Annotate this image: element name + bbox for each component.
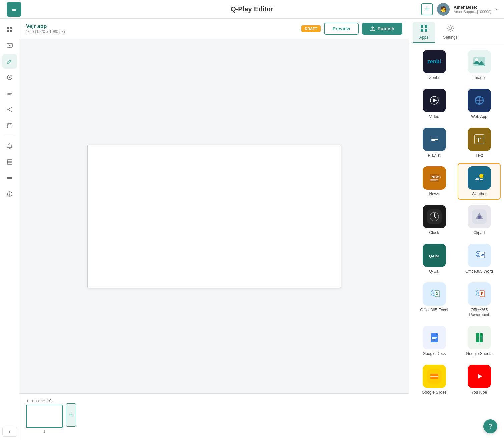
clock-label: Clock xyxy=(429,230,439,235)
app-item-clock[interactable]: Clock xyxy=(413,202,456,238)
svg-rect-2 xyxy=(7,30,9,32)
preview-button[interactable]: Preview xyxy=(324,23,359,35)
svg-rect-1 xyxy=(10,27,12,29)
app-item-image[interactable]: Image xyxy=(458,47,501,83)
slide-container: ⬆ ⬆ ⚙ 👁 10s. 1 xyxy=(26,399,63,433)
svg-rect-26 xyxy=(425,29,427,32)
webapp-label: Web App xyxy=(471,114,487,119)
header-right: + 🧑 Amer Besic Amer Suppo...[100009] ▾ xyxy=(421,3,497,16)
app-item-zenbi[interactable]: zenbi Zenbi xyxy=(413,47,456,83)
sidebar-item-info[interactable] xyxy=(2,187,17,201)
editor-canvas xyxy=(19,39,409,393)
settings-tab-label: Settings xyxy=(443,35,457,40)
o365ppt-label: Office365 Powerpoint xyxy=(461,308,497,317)
apps-grid: zenbi Zenbi Image Video xyxy=(409,43,504,401)
app-item-news[interactable]: NEWS News xyxy=(413,163,456,200)
toolbar-left: Vejr app 16:9 (1920 x 1080 px) xyxy=(26,23,65,34)
youtube-icon xyxy=(468,365,491,388)
svg-rect-74 xyxy=(432,337,437,338)
webapp-icon xyxy=(468,89,491,112)
app-item-o365word[interactable]: OW Office365 Word xyxy=(458,240,501,277)
app-item-clipart[interactable]: Clipart xyxy=(458,202,501,238)
canvas-frame[interactable] xyxy=(87,145,341,288)
svg-rect-15 xyxy=(7,160,12,164)
main-layout: › Vejr app 16:9 (1920 x 1080 px) DRAFT P… xyxy=(0,19,504,440)
sidebar-item-grid[interactable] xyxy=(2,22,17,37)
clipart-label: Clipart xyxy=(473,230,485,235)
header-title: Q-Play Editor xyxy=(231,5,273,13)
publish-button[interactable]: Publish xyxy=(362,23,402,35)
right-panel: Apps Settings zenbi Zenbi xyxy=(409,19,504,440)
app-item-webapp[interactable]: Web App xyxy=(458,85,501,122)
slide-thumbnail[interactable] xyxy=(26,405,63,428)
playlist-label: Playlist xyxy=(428,153,440,158)
app-item-gdocs[interactable]: Google Docs xyxy=(413,322,456,359)
app-item-text[interactable]: T Text xyxy=(458,124,501,161)
svg-rect-25 xyxy=(421,29,423,32)
sidebar-expand-button[interactable]: › xyxy=(2,427,17,437)
app-meta: 16:9 (1920 x 1080 px) xyxy=(26,29,65,34)
app-item-playlist[interactable]: Playlist xyxy=(413,124,456,161)
sidebar-item-bell[interactable] xyxy=(2,139,17,153)
svg-rect-11 xyxy=(7,124,12,128)
sidebar-item-editor[interactable] xyxy=(2,54,17,69)
app-item-gsheets[interactable]: Google Sheets xyxy=(458,322,501,359)
app-item-weather[interactable]: Weather xyxy=(458,163,501,200)
gyellow-icon xyxy=(423,365,446,388)
content-area: Vejr app 16:9 (1920 x 1080 px) DRAFT Pre… xyxy=(19,19,409,440)
svg-rect-43 xyxy=(430,179,438,180)
header-left: ▬ xyxy=(7,2,21,17)
sidebar-item-video[interactable] xyxy=(2,70,17,85)
svg-text:O: O xyxy=(432,291,434,295)
news-label: News xyxy=(429,192,439,196)
clock-icon xyxy=(423,205,446,228)
header: ▬ Q-Play Editor + 🧑 Amer Besic Amer Supp… xyxy=(0,0,504,19)
app-item-qcal[interactable]: Q-Cal Q-Cal xyxy=(413,240,456,277)
svg-rect-19 xyxy=(7,177,12,179)
news-icon: NEWS xyxy=(423,166,446,190)
timeline: ⬆ ⬆ ⚙ 👁 10s. 1 + xyxy=(19,393,409,440)
svg-point-54 xyxy=(478,216,481,219)
video-icon xyxy=(423,89,446,112)
slide-meta: ⬆ ⬆ ⚙ 👁 10s. xyxy=(26,399,63,403)
draft-badge: DRAFT xyxy=(301,25,320,32)
youtube-label: YouTube xyxy=(471,390,487,395)
slide-time: 10s. xyxy=(47,399,55,403)
qcal-label: Q-Cal xyxy=(429,269,439,274)
app-item-video[interactable]: Video xyxy=(413,85,456,122)
image-icon xyxy=(468,50,491,73)
app-item-gyellow[interactable]: Google Slides xyxy=(413,361,456,398)
svg-text:Q-Cal: Q-Cal xyxy=(429,254,439,258)
sidebar-item-tag[interactable] xyxy=(2,171,17,185)
svg-line-10 xyxy=(9,110,11,111)
add-slide-button[interactable]: + xyxy=(66,403,76,427)
sidebar-item-calendar[interactable] xyxy=(2,118,17,133)
svg-point-8 xyxy=(7,109,9,110)
app-item-o365ppt[interactable]: OP Office365 Powerpoint xyxy=(458,279,501,320)
zenbi-icon: zenbi xyxy=(423,50,446,73)
timeline-inner: ⬆ ⬆ ⚙ 👁 10s. 1 + xyxy=(26,397,402,433)
svg-point-7 xyxy=(11,111,12,112)
sidebar-item-table[interactable] xyxy=(2,155,17,169)
weather-label: Weather xyxy=(472,192,487,196)
tab-settings[interactable]: Settings xyxy=(436,22,464,43)
sidebar-item-media[interactable] xyxy=(2,38,17,53)
clipart-icon xyxy=(468,205,491,228)
chevron-down-icon[interactable]: ▾ xyxy=(495,7,497,12)
sidebar-item-playlist[interactable] xyxy=(2,86,17,101)
tab-apps[interactable]: Apps xyxy=(413,22,435,43)
svg-text:W: W xyxy=(481,253,484,257)
panel-tabs: Apps Settings xyxy=(409,19,504,43)
svg-rect-0 xyxy=(7,27,9,29)
user-name: Amer Besic xyxy=(454,5,491,10)
user-info: Amer Besic Amer Suppo...[100009] xyxy=(454,5,491,14)
svg-rect-44 xyxy=(430,180,436,181)
app-item-o365excel[interactable]: OX Office365 Excel xyxy=(413,279,456,320)
gdocs-label: Google Docs xyxy=(423,351,446,356)
gyellow-label: Google Slides xyxy=(422,390,447,395)
sidebar-item-share[interactable] xyxy=(2,102,17,117)
playlist-icon xyxy=(423,128,446,151)
add-button[interactable]: + xyxy=(421,3,433,15)
app-item-youtube[interactable]: YouTube xyxy=(458,361,501,398)
help-button[interactable]: ? xyxy=(483,419,497,433)
